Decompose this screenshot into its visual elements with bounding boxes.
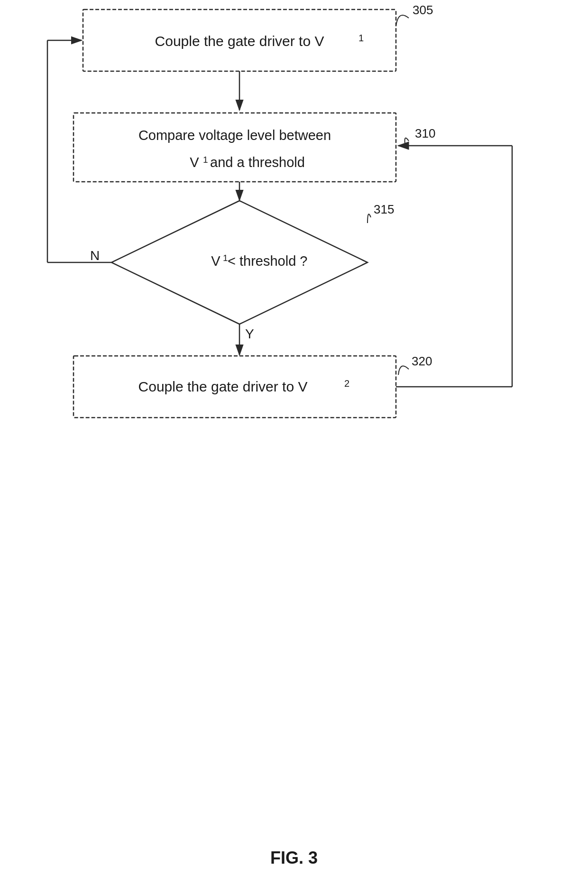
ref-310: 310 (415, 126, 435, 140)
box3-subscript: 2 (344, 378, 349, 389)
ref-320-curve (398, 366, 409, 375)
flowchart-diagram: Couple the gate driver to V 1 305 Compar… (0, 0, 588, 895)
ref-320: 320 (412, 354, 432, 368)
box2-label-line1: Compare voltage level between (138, 128, 331, 143)
diamond-subscript: 1 (223, 253, 228, 263)
box1-label: Couple the gate driver to V (155, 33, 324, 49)
box2-subscript: 1 (203, 155, 208, 165)
diamond-label-rest: < threshold ? (228, 253, 307, 269)
flowchart-box-2 (74, 113, 396, 182)
diamond-label: V (211, 253, 220, 269)
figure-label: FIG. 3 (270, 848, 318, 867)
n-label: N (90, 248, 100, 263)
box2-label-line2-rest: and a threshold (210, 155, 305, 170)
ref-315-curve (368, 214, 371, 223)
ref-305: 305 (413, 3, 433, 17)
ref-315: 315 (374, 202, 394, 216)
box2-label-line2: V (190, 155, 199, 170)
ref-305-line (396, 15, 409, 26)
y-label: Y (245, 326, 254, 341)
box3-label: Couple the gate driver to V (138, 379, 308, 394)
box1-subscript: 1 (358, 33, 364, 43)
